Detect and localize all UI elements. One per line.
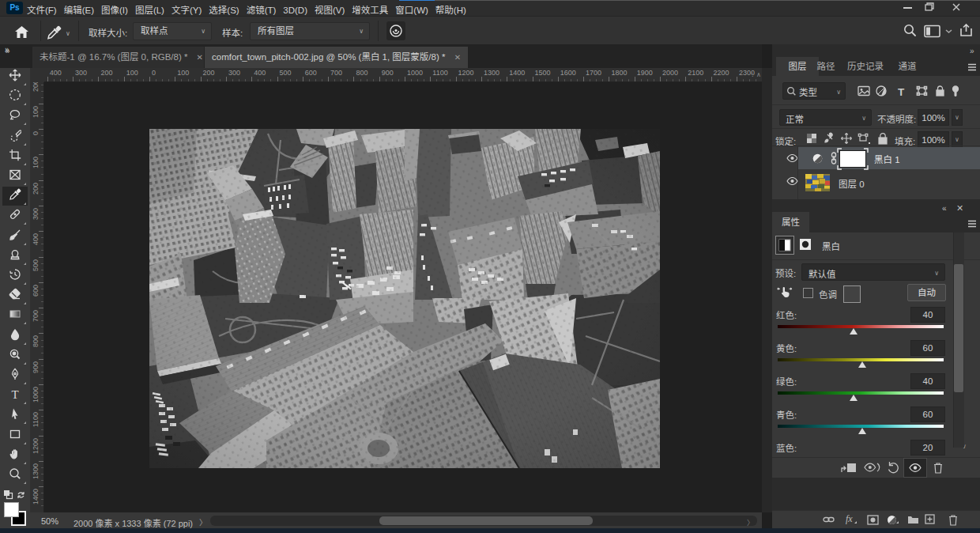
svg-text:T: T bbox=[11, 388, 18, 401]
svg-text:T: T bbox=[898, 86, 905, 98]
